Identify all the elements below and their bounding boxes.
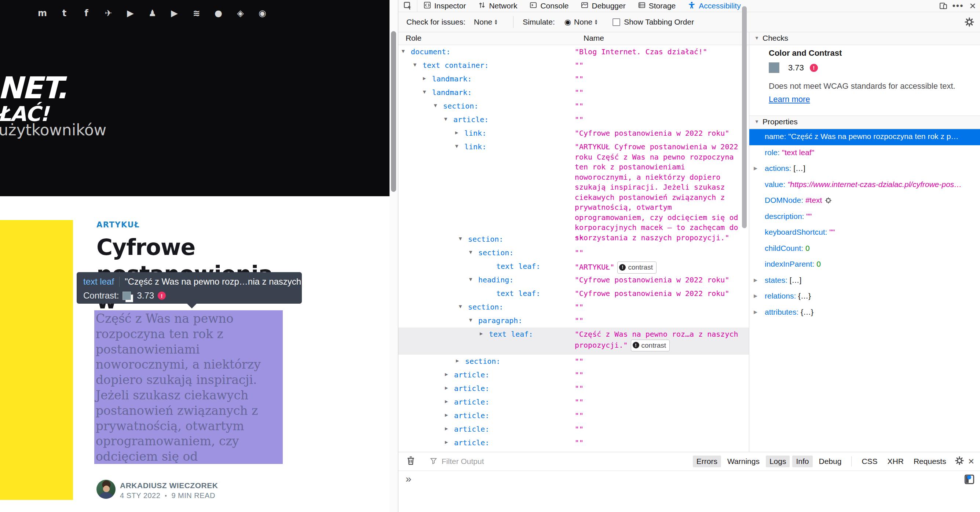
- property-row-DOMNode[interactable]: DOMNode: #text: [749, 193, 980, 209]
- contrast-badge[interactable]: !contrast: [617, 261, 657, 273]
- flattr-icon[interactable]: ◈: [235, 8, 245, 18]
- tree-row[interactable]: ▼heading:"Cyfrowe postanowienia w 2022 r…: [398, 273, 749, 287]
- chevron-right-icon[interactable]: ▶: [445, 412, 448, 418]
- tree-row[interactable]: ▼section:"": [398, 99, 749, 113]
- tree-row[interactable]: text leaf:"Cyfrowe postanowienia w 2022 …: [398, 287, 749, 301]
- property-row-relations[interactable]: ▶relations: {…}: [749, 289, 980, 305]
- rss-icon[interactable]: ◉: [258, 8, 267, 18]
- simulate-dropdown[interactable]: None ▲▼: [574, 17, 598, 26]
- sidebar-toggle-button[interactable]: [964, 474, 975, 487]
- chevron-down-icon[interactable]: ▼: [444, 116, 447, 122]
- property-row-description[interactable]: description: "": [749, 209, 980, 225]
- author-name[interactable]: ARKADIUSZ WIECZOREK: [120, 481, 218, 490]
- responsive-design-button[interactable]: [936, 0, 951, 12]
- checks-section-header[interactable]: ▼ Checks: [749, 32, 980, 45]
- tree-row[interactable]: ▼paragraph:"": [398, 314, 749, 328]
- tree-row[interactable]: ▼landmark:"": [398, 86, 749, 99]
- chevron-down-icon[interactable]: ▼: [469, 249, 472, 255]
- chevron-right-icon[interactable]: ▶: [480, 331, 483, 336]
- chevron-right-icon[interactable]: ▶: [445, 398, 448, 404]
- chevron-right-icon[interactable]: ▶: [754, 309, 757, 315]
- tree-row[interactable]: ▶article:"": [398, 423, 749, 436]
- filter-chip-logs[interactable]: Logs: [766, 456, 790, 467]
- console-close-button[interactable]: ×: [968, 456, 974, 466]
- tree-row[interactable]: ▶landmark:"": [398, 72, 749, 86]
- tree-row[interactable]: ▶section:"": [398, 355, 749, 368]
- filter-chip-requests[interactable]: Requests: [910, 456, 950, 467]
- tree-row[interactable]: ▼document:"Blog Internet. Czas działać!": [398, 45, 749, 59]
- tree-row[interactable]: ▶article:"": [398, 436, 749, 450]
- chevron-down-icon[interactable]: ▼: [459, 235, 462, 241]
- chevron-right-icon[interactable]: ▶: [754, 293, 757, 299]
- contrast-badge[interactable]: !contrast: [631, 340, 670, 352]
- tree-row[interactable]: ▼article:"": [398, 113, 749, 127]
- browser-scrollbar-thumb[interactable]: [391, 31, 396, 192]
- chevron-right-icon[interactable]: ▶: [445, 371, 448, 377]
- expand-console-icon[interactable]: »: [406, 473, 412, 485]
- tree-row[interactable]: ▶article:"": [398, 368, 749, 382]
- properties-section-header[interactable]: ▼ Properties: [749, 116, 980, 129]
- author-avatar[interactable]: [97, 480, 116, 499]
- chevron-right-icon[interactable]: ▶: [445, 439, 448, 445]
- browser-scrollbar[interactable]: [390, 0, 398, 512]
- property-row-attributes[interactable]: ▶attributes: {…}: [749, 305, 980, 321]
- telegram-icon[interactable]: ✈: [103, 8, 113, 18]
- learn-more-link[interactable]: Learn more: [769, 95, 810, 104]
- filter-chip-debug[interactable]: Debug: [815, 456, 845, 467]
- property-row-actions[interactable]: ▶actions: […]: [749, 161, 980, 177]
- chevron-down-icon[interactable]: ▼: [423, 89, 426, 95]
- chevron-right-icon[interactable]: ▶: [445, 385, 448, 391]
- tree-row[interactable]: ▼section:"": [398, 301, 749, 314]
- highlighted-paragraph[interactable]: Część z Was na pewno rozpoczyna ten rok …: [94, 310, 283, 464]
- peertube-icon[interactable]: ▶: [126, 8, 135, 18]
- chevron-right-icon[interactable]: ▶: [445, 425, 448, 431]
- property-row-name[interactable]: name: "Część z Was na pewno rozpoczyna t…: [749, 129, 980, 145]
- youtube-icon[interactable]: ▶: [169, 8, 179, 18]
- tree-row[interactable]: ▼link:"ARTYKUŁ Cyfrowe postanowienia w 2…: [398, 140, 749, 232]
- tree-row[interactable]: ▶link:"Cyfrowe postanowienia w 2022 roku…: [398, 127, 749, 140]
- tree-row[interactable]: ▼section:"": [398, 246, 749, 260]
- twitter-icon[interactable]: t: [59, 8, 69, 18]
- property-row-states[interactable]: ▶states: […]: [749, 273, 980, 289]
- tab-debugger[interactable]: Debugger: [575, 0, 632, 12]
- facebook-icon[interactable]: f: [81, 8, 91, 18]
- filter-chip-css[interactable]: CSS: [858, 456, 881, 467]
- chevron-right-icon[interactable]: ▶: [423, 75, 426, 81]
- pick-element-button[interactable]: [398, 0, 417, 12]
- property-row-keyboardShortcut[interactable]: keyboardShortcut: "": [749, 225, 980, 241]
- filter-chip-warnings[interactable]: Warnings: [724, 456, 763, 467]
- spotify-icon[interactable]: ≋: [191, 8, 201, 18]
- chevron-down-icon[interactable]: ▼: [414, 62, 416, 67]
- property-row-childCount[interactable]: childCount: 0: [749, 241, 980, 257]
- chevron-down-icon[interactable]: ▼: [459, 303, 462, 309]
- chevron-down-icon[interactable]: ▼: [469, 317, 472, 323]
- property-row-role[interactable]: role: "text leaf": [749, 145, 980, 161]
- tab-storage[interactable]: Storage: [632, 0, 682, 12]
- show-tabbing-order-checkbox[interactable]: [612, 18, 620, 26]
- tree-row[interactable]: ▼section:"": [398, 232, 749, 246]
- devtools-close-button[interactable]: ×: [965, 0, 980, 12]
- property-row-indexInParent[interactable]: indexInParent: 0: [749, 257, 980, 273]
- tree-scrollbar-thumb[interactable]: [742, 6, 747, 228]
- funkwhale-icon[interactable]: ♟: [148, 8, 158, 18]
- tab-accessibility[interactable]: Accessibility: [682, 0, 747, 12]
- tab-console[interactable]: Console: [523, 0, 575, 12]
- filter-chip-errors[interactable]: Errors: [693, 456, 721, 467]
- check-for-issues-dropdown[interactable]: None ▲▼: [474, 17, 498, 26]
- clear-console-button[interactable]: [406, 456, 415, 467]
- console-filter-input[interactable]: [441, 456, 545, 466]
- tree-row[interactable]: ▶article:"": [398, 409, 749, 423]
- tree-row[interactable]: ▶article:"": [398, 382, 749, 395]
- accessibility-settings-gear-icon[interactable]: [965, 17, 974, 29]
- chevron-down-icon[interactable]: ▼: [402, 48, 404, 54]
- chevron-right-icon[interactable]: ▶: [754, 277, 757, 283]
- chevron-right-icon[interactable]: ▶: [754, 165, 757, 171]
- chevron-down-icon[interactable]: ▼: [434, 102, 437, 108]
- tree-row[interactable]: ▼text container:"": [398, 59, 749, 72]
- dom-node-target-icon[interactable]: [825, 197, 832, 206]
- tree-row[interactable]: ▶article:"": [398, 395, 749, 409]
- mastodon-icon[interactable]: m: [37, 8, 47, 18]
- devtools-menu-button[interactable]: •••: [951, 0, 965, 12]
- chevron-down-icon[interactable]: ▼: [455, 143, 458, 149]
- water-drop-icon[interactable]: ●: [213, 8, 223, 18]
